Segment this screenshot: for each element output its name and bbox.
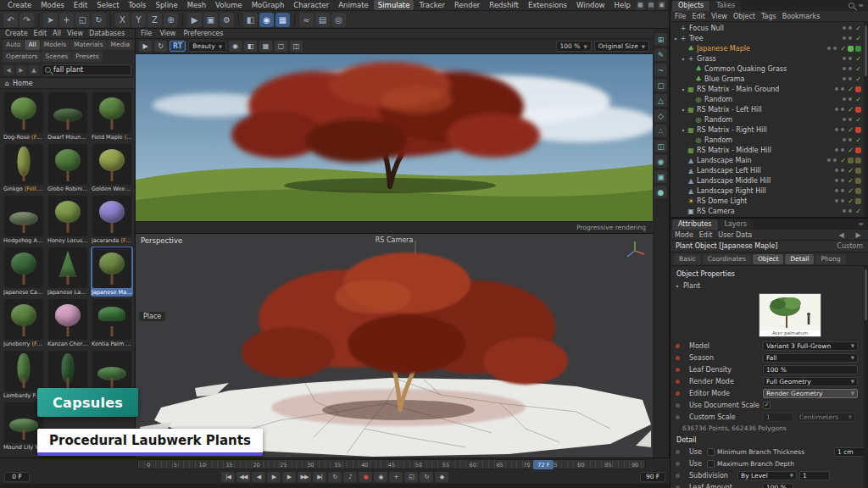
object-tag-icon[interactable] <box>855 86 861 92</box>
object-row-landscape-middle-hill[interactable]: ▲Landscape Middle Hill✓ <box>670 175 868 186</box>
editor-visibility-dot[interactable] <box>835 108 838 111</box>
spline-icon[interactable]: ~ <box>654 64 667 76</box>
asset-item-kentia-palm[interactable]: Kentia Palm (Fell. Plant) <box>91 298 133 348</box>
objects-menu-view[interactable]: View <box>711 13 727 20</box>
field-leaf-amount[interactable]: 100 % <box>763 483 793 488</box>
asset-item-dog-rose[interactable]: Dog-Rose (Fell. Plant) <box>3 92 45 141</box>
asset-item-field-maple[interactable]: Field Maple (Fell. Plant) <box>91 92 133 141</box>
history-back-icon[interactable]: ◀ <box>836 230 847 240</box>
enabled-check-icon[interactable]: ✓ <box>855 136 861 144</box>
menu-render[interactable]: Render <box>450 0 484 10</box>
object-row-random[interactable]: ◎Random✓ <box>670 135 868 145</box>
render-visibility-dot[interactable] <box>849 36 852 40</box>
enabled-check-icon[interactable]: ✓ <box>855 65 861 73</box>
deformer-icon[interactable]: ◇ <box>654 109 667 122</box>
field-model[interactable]: Variant 3 Full-Grown▼ <box>763 341 858 351</box>
checkbox-use-document-scale[interactable]: ✓ <box>763 402 771 409</box>
enabled-check-icon[interactable]: ✓ <box>855 208 861 215</box>
field-render-mode[interactable]: Full Geometry▼ <box>763 377 858 386</box>
editor-visibility-dot[interactable] <box>827 47 831 50</box>
mograph-icon[interactable]: ∴ <box>654 125 667 137</box>
expand-arrow-icon[interactable]: ▾ <box>680 86 687 92</box>
loop-button[interactable]: ↻ <box>328 472 342 482</box>
render-menu-preferences[interactable]: Preferences <box>183 30 223 37</box>
dropdown-subdivision[interactable]: By Level▼ <box>737 471 797 480</box>
compare-icon[interactable]: ◧ <box>244 41 257 52</box>
asset-item-golden-weeping-willow[interactable]: Golden Weeping Willow (Fell. Plant) <box>91 143 133 193</box>
goto-end-button[interactable]: ▶| <box>313 472 326 482</box>
render-visibility-dot[interactable] <box>849 67 852 70</box>
enabled-check-icon[interactable]: ✓ <box>840 157 846 164</box>
field-custom-scale[interactable]: 1 <box>763 413 793 422</box>
rotate-tool-icon[interactable]: ↻ <box>92 13 106 27</box>
asset-item-japanese-camellia[interactable]: Japanese Camellia (Fell. Plant) <box>3 247 45 297</box>
animation-dot[interactable] <box>676 356 680 360</box>
objects-menu-tags[interactable]: Tags <box>761 13 776 20</box>
render-visibility-dot[interactable] <box>841 128 844 131</box>
section-tab-phong[interactable]: Phong <box>815 254 845 264</box>
primitive-cube-icon[interactable]: ▢ <box>654 79 667 92</box>
editor-visibility-dot[interactable] <box>843 118 846 121</box>
editor-visibility-dot[interactable] <box>843 26 846 30</box>
fields-icon[interactable]: ◎ <box>331 13 346 27</box>
coordinate-system-icon[interactable]: ⊕ <box>164 13 178 27</box>
object-tag-icon[interactable] <box>855 127 861 133</box>
object-row-rs-dome-light[interactable]: ☀RS Dome Light✓ <box>670 196 868 206</box>
section-tab-basic[interactable]: Basic <box>674 254 701 264</box>
asset-item-dwarf-mountain-pine[interactable]: Dwarf Mountain Pine (Fell. Plant) <box>47 92 89 141</box>
objects-menu-edit[interactable]: Edit <box>692 13 705 20</box>
objects-menu-file[interactable]: File <box>675 13 686 20</box>
up-icon[interactable]: ▲ <box>29 65 39 75</box>
enabled-check-icon[interactable]: ✓ <box>848 177 854 185</box>
object-row-rs-camera[interactable]: ▣RS Camera✓ <box>670 206 868 216</box>
enabled-check-icon[interactable]: ✓ <box>855 96 861 103</box>
menu-help[interactable]: Help <box>610 0 635 10</box>
object-row-tree[interactable]: ▾+Tree✓ <box>670 33 868 43</box>
enabled-check-icon[interactable]: ✓ <box>855 116 861 124</box>
asset-item-ginkgo[interactable]: Ginkgo (Fell. Plant) <box>3 143 45 193</box>
render-visibility-dot[interactable] <box>841 148 844 152</box>
prev-frame-button[interactable]: ◀ <box>252 472 265 482</box>
expand-arrow-icon[interactable]: ▾ <box>680 107 687 113</box>
render-picture-viewer-icon[interactable]: ▣ <box>203 13 218 27</box>
enabled-check-icon[interactable]: ✓ <box>848 86 854 93</box>
enabled-check-icon[interactable]: ✓ <box>848 147 854 154</box>
filter-tab-all[interactable]: All <box>25 40 39 50</box>
z-axis-lock-icon[interactable]: Z <box>147 13 162 27</box>
render-visibility-dot[interactable] <box>833 47 837 50</box>
object-row-landscape-right-hill[interactable]: ▲Landscape Right Hill✓ <box>670 186 868 196</box>
search-icon[interactable] <box>849 3 854 8</box>
editor-visibility-dot[interactable] <box>835 179 838 182</box>
field-editor-mode[interactable]: Render Geometry▼ <box>763 389 858 398</box>
record-button[interactable]: ● <box>359 472 372 482</box>
texture-tag-icon[interactable] <box>855 168 861 174</box>
animation-dot[interactable] <box>676 462 680 466</box>
field-season[interactable]: Fall▼ <box>763 353 858 363</box>
asset-item-honey-locust-sunburst[interactable]: Honey Locust 'Sunburst' (Fell. Plant) <box>47 195 89 245</box>
editor-visibility-dot[interactable] <box>843 36 846 40</box>
interface-icon[interactable]: ▤ <box>648 1 655 10</box>
editor-visibility-dot[interactable] <box>835 87 838 91</box>
unit-dropdown[interactable]: Centimeters▼ <box>796 413 855 422</box>
editor-visibility-dot[interactable] <box>843 77 846 80</box>
enabled-check-icon[interactable]: ✓ <box>848 187 854 195</box>
object-row-landscape-main[interactable]: ▲Landscape Main✓ <box>670 155 868 165</box>
category-tab-operators[interactable]: Operators <box>3 52 41 62</box>
expand-arrow-icon[interactable]: ▾ <box>680 56 687 62</box>
object-row-random[interactable]: ◎Random✓ <box>670 94 868 104</box>
menu-mesh[interactable]: Mesh <box>183 0 210 10</box>
sound-button[interactable]: ♪ <box>343 472 357 482</box>
render-visibility-dot[interactable] <box>841 189 844 192</box>
material-icon[interactable]: ● <box>654 186 667 198</box>
enabled-check-icon[interactable]: ✓ <box>855 35 861 42</box>
panel-menu-icon[interactable]: ≡ <box>855 1 866 10</box>
filter-tab-auto[interactable]: Auto <box>3 40 24 50</box>
viewport-3d[interactable]: Perspective RS Camera Place <box>136 234 653 458</box>
texture-tag-icon[interactable] <box>855 178 861 184</box>
object-row-random[interactable]: ◎Random✓ <box>670 114 868 125</box>
object-row-rs-matrix-main-ground[interactable]: ▾▦RS Matrix - Main Ground✓ <box>670 84 868 94</box>
record-params-button[interactable]: ◆ <box>435 472 448 482</box>
range-start-field[interactable]: 0 F <box>4 472 30 482</box>
animation-dot[interactable] <box>676 403 680 408</box>
modeling-modes-icon[interactable]: ◧ <box>243 13 258 27</box>
